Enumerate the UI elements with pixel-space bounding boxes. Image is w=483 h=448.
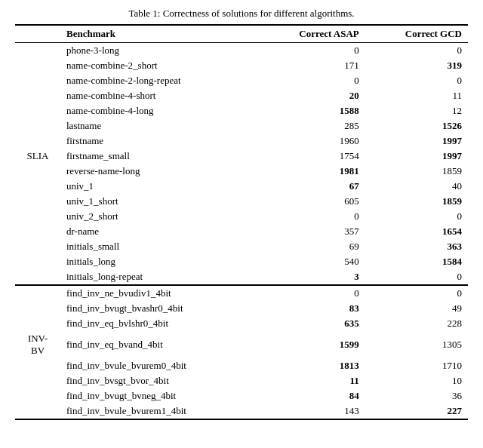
gcd-value: 1526 [365, 118, 468, 133]
section-label [15, 301, 60, 316]
section-label: SLIA [15, 149, 60, 164]
table-row: find_inv_ne_bvudiv1_4bit00 [15, 285, 468, 301]
gcd-value: 1584 [365, 254, 468, 269]
gcd-value: 1859 [365, 194, 468, 209]
gcd-value: 1997 [365, 149, 468, 164]
gcd-value: 0 [365, 209, 468, 224]
section-label [15, 194, 60, 209]
asap-value: 1960 [257, 133, 365, 149]
table-row: initials_long5401584 [15, 254, 468, 269]
table-row: find_inv_bvugt_bvashr0_4bit8349 [15, 301, 468, 316]
asap-value: 171 [257, 58, 365, 73]
col-header-empty [15, 25, 60, 43]
section-label [15, 88, 60, 103]
gcd-value: 1859 [365, 164, 468, 179]
section-label [15, 239, 60, 254]
section-label [15, 73, 60, 88]
section-label [15, 316, 60, 331]
asap-value: 20 [257, 88, 365, 103]
gcd-value: 36 [365, 388, 468, 404]
benchmark-name: find_inv_ne_bvudiv1_4bit [60, 285, 257, 301]
asap-value: 83 [257, 301, 365, 316]
gcd-value: 319 [365, 58, 468, 73]
benchmark-name: univ_1 [60, 179, 257, 194]
section-label [15, 224, 60, 239]
table-row: name-combine-2_short171319 [15, 58, 468, 73]
col-header-benchmark: Benchmark [60, 25, 257, 43]
table-row: univ_1_short6051859 [15, 194, 468, 209]
section-label [15, 103, 60, 118]
gcd-value: 12 [365, 103, 468, 118]
gcd-value: 1710 [365, 358, 468, 373]
asap-value: 0 [257, 43, 365, 59]
benchmark-name: univ_2_short [60, 209, 257, 224]
benchmark-name: phone-3-long [60, 43, 257, 59]
gcd-value: 227 [365, 404, 468, 419]
section-label [15, 58, 60, 73]
table-row: find_inv_bvugt_bvneg_4bit8436 [15, 388, 468, 404]
section-label [15, 373, 60, 388]
gcd-value: 0 [365, 73, 468, 88]
asap-value: 69 [257, 239, 365, 254]
gcd-value: 228 [365, 316, 468, 331]
asap-value: 1588 [257, 103, 365, 118]
table-row: univ_2_short00 [15, 209, 468, 224]
gcd-value: 1997 [365, 133, 468, 149]
table-row: phone-3-long00 [15, 43, 468, 59]
section-label [15, 358, 60, 373]
asap-value: 0 [257, 73, 365, 88]
table-row: INV-BVfind_inv_eq_bvand_4bit15991305 [15, 331, 468, 358]
table-row: name-combine-4-short2011 [15, 88, 468, 103]
asap-value: 285 [257, 118, 365, 133]
section-label [15, 254, 60, 269]
gcd-value: 11 [365, 88, 468, 103]
section-label [15, 209, 60, 224]
section-label [15, 164, 60, 179]
section-label [15, 43, 60, 59]
asap-value: 3 [257, 269, 365, 285]
asap-value: 0 [257, 209, 365, 224]
table-row: initials_small69363 [15, 239, 468, 254]
table-row: find_inv_bvule_bvurem1_4bit143227 [15, 404, 468, 419]
benchmark-name: name-combine-4-long [60, 103, 257, 118]
table-row: name-combine-2-long-repeat00 [15, 73, 468, 88]
gcd-value: 1305 [365, 331, 468, 358]
section-label [15, 285, 60, 301]
asap-value: 84 [257, 388, 365, 404]
benchmark-name: initials_small [60, 239, 257, 254]
asap-value: 1599 [257, 331, 365, 358]
table-header-row: Benchmark Correct ASAP Correct GCD [15, 25, 468, 43]
col-header-asap: Correct ASAP [257, 25, 365, 43]
table-row: find_inv_eq_bvlshr0_4bit635228 [15, 316, 468, 331]
benchmark-name: reverse-name-long [60, 164, 257, 179]
table-row: find_inv_bvule_bvurem0_4bit18131710 [15, 358, 468, 373]
gcd-value: 10 [365, 373, 468, 388]
section-label [15, 404, 60, 419]
table-row: lastname2851526 [15, 118, 468, 133]
benchmark-name: name-combine-4-short [60, 88, 257, 103]
table-row: initials_long-repeat30 [15, 269, 468, 285]
results-table: Benchmark Correct ASAP Correct GCD phone… [15, 24, 468, 420]
benchmark-name: name-combine-2_short [60, 58, 257, 73]
asap-value: 1813 [257, 358, 365, 373]
benchmark-name: find_inv_bvugt_bvneg_4bit [60, 388, 257, 404]
benchmark-name: firstname [60, 133, 257, 149]
table-row: dr-name3571654 [15, 224, 468, 239]
asap-value: 635 [257, 316, 365, 331]
gcd-value: 0 [365, 285, 468, 301]
asap-value: 357 [257, 224, 365, 239]
table-row: reverse-name-long19811859 [15, 164, 468, 179]
asap-value: 1981 [257, 164, 365, 179]
table-row: name-combine-4-long158812 [15, 103, 468, 118]
section-label [15, 133, 60, 149]
asap-value: 1754 [257, 149, 365, 164]
section-label [15, 179, 60, 194]
benchmark-name: find_inv_bvule_bvurem1_4bit [60, 404, 257, 419]
section-label: INV-BV [15, 331, 60, 358]
benchmark-name: find_inv_bvule_bvurem0_4bit [60, 358, 257, 373]
benchmark-name: firstname_small [60, 149, 257, 164]
gcd-value: 0 [365, 43, 468, 59]
benchmark-name: find_inv_eq_bvand_4bit [60, 331, 257, 358]
table-row: univ_16740 [15, 179, 468, 194]
table-row: firstname19601997 [15, 133, 468, 149]
